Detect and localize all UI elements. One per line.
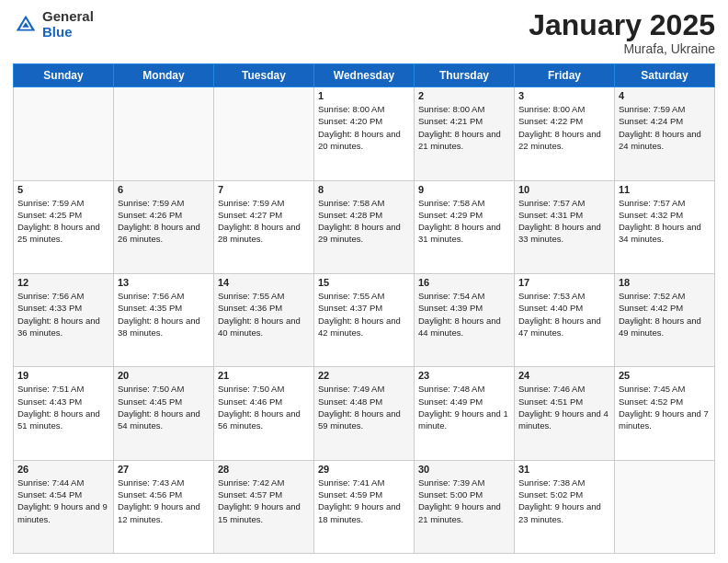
calendar-cell: 15Sunrise: 7:55 AM Sunset: 4:37 PM Dayli…	[314, 273, 415, 366]
calendar-cell: 8Sunrise: 7:58 AM Sunset: 4:28 PM Daylig…	[314, 180, 415, 273]
weekday-header-tuesday: Tuesday	[214, 64, 314, 87]
calendar-cell: 6Sunrise: 7:59 AM Sunset: 4:26 PM Daylig…	[114, 180, 214, 273]
cell-content: Sunrise: 7:58 AM Sunset: 4:28 PM Dayligh…	[318, 197, 410, 246]
calendar-cell: 9Sunrise: 7:58 AM Sunset: 4:29 PM Daylig…	[415, 180, 515, 273]
day-number: 12	[17, 277, 109, 288]
calendar-cell: 25Sunrise: 7:45 AM Sunset: 4:52 PM Dayli…	[615, 367, 715, 460]
month-title: January 2025	[529, 9, 715, 41]
calendar-week-2: 5Sunrise: 7:59 AM Sunset: 4:25 PM Daylig…	[14, 180, 715, 273]
cell-content: Sunrise: 7:39 AM Sunset: 5:00 PM Dayligh…	[418, 477, 510, 525]
day-number: 10	[518, 184, 610, 195]
cell-content: Sunrise: 7:38 AM Sunset: 5:02 PM Dayligh…	[518, 477, 610, 525]
calendar-cell: 17Sunrise: 7:53 AM Sunset: 4:40 PM Dayli…	[515, 273, 615, 366]
day-number: 22	[318, 370, 410, 381]
calendar-cell: 2Sunrise: 8:00 AM Sunset: 4:21 PM Daylig…	[415, 87, 515, 180]
day-number: 26	[17, 464, 109, 475]
cell-content: Sunrise: 7:56 AM Sunset: 4:35 PM Dayligh…	[118, 290, 210, 339]
day-number: 19	[17, 370, 109, 381]
weekday-header-thursday: Thursday	[415, 64, 515, 87]
weekday-header-friday: Friday	[515, 64, 615, 87]
cell-content: Sunrise: 7:59 AM Sunset: 4:27 PM Dayligh…	[218, 197, 310, 246]
calendar-cell: 16Sunrise: 7:54 AM Sunset: 4:39 PM Dayli…	[415, 273, 515, 366]
logo-blue-label: Blue	[42, 25, 94, 40]
day-number: 15	[318, 277, 410, 288]
calendar-cell: 4Sunrise: 7:59 AM Sunset: 4:24 PM Daylig…	[615, 87, 715, 180]
calendar-cell: 3Sunrise: 8:00 AM Sunset: 4:22 PM Daylig…	[515, 87, 615, 180]
title-block: January 2025 Murafa, Ukraine	[529, 9, 715, 56]
calendar-cell: 20Sunrise: 7:50 AM Sunset: 4:45 PM Dayli…	[114, 367, 214, 460]
cell-content: Sunrise: 7:48 AM Sunset: 4:49 PM Dayligh…	[418, 383, 510, 431]
day-number: 30	[418, 464, 510, 475]
cell-content: Sunrise: 7:43 AM Sunset: 4:56 PM Dayligh…	[118, 477, 210, 525]
cell-content: Sunrise: 7:53 AM Sunset: 4:40 PM Dayligh…	[518, 290, 610, 339]
cell-content: Sunrise: 7:57 AM Sunset: 4:31 PM Dayligh…	[518, 197, 610, 246]
day-number: 28	[218, 464, 310, 475]
cell-content: Sunrise: 7:59 AM Sunset: 4:26 PM Dayligh…	[118, 197, 210, 246]
calendar-cell: 1Sunrise: 8:00 AM Sunset: 4:20 PM Daylig…	[314, 87, 415, 180]
cell-content: Sunrise: 7:42 AM Sunset: 4:57 PM Dayligh…	[218, 477, 310, 525]
calendar-cell: 26Sunrise: 7:44 AM Sunset: 4:54 PM Dayli…	[14, 460, 114, 553]
calendar-table: SundayMondayTuesdayWednesdayThursdayFrid…	[13, 63, 715, 554]
header: General Blue January 2025 Murafa, Ukrain…	[13, 9, 715, 56]
calendar-cell: 24Sunrise: 7:46 AM Sunset: 4:51 PM Dayli…	[515, 367, 615, 460]
day-number: 2	[418, 90, 510, 101]
day-number: 8	[318, 184, 410, 195]
logo: General Blue	[13, 9, 94, 40]
day-number: 9	[418, 184, 510, 195]
calendar-cell: 31Sunrise: 7:38 AM Sunset: 5:02 PM Dayli…	[515, 460, 615, 553]
cell-content: Sunrise: 7:46 AM Sunset: 4:51 PM Dayligh…	[518, 383, 610, 431]
calendar-cell: 14Sunrise: 7:55 AM Sunset: 4:36 PM Dayli…	[214, 273, 314, 366]
day-number: 3	[518, 90, 610, 101]
weekday-header-row: SundayMondayTuesdayWednesdayThursdayFrid…	[14, 64, 715, 87]
day-number: 31	[518, 464, 610, 475]
location-subtitle: Murafa, Ukraine	[529, 41, 715, 56]
cell-content: Sunrise: 7:54 AM Sunset: 4:39 PM Dayligh…	[418, 290, 510, 339]
page: General Blue January 2025 Murafa, Ukrain…	[0, 0, 728, 563]
day-number: 5	[17, 184, 109, 195]
day-number: 14	[218, 277, 310, 288]
cell-content: Sunrise: 7:51 AM Sunset: 4:43 PM Dayligh…	[17, 383, 109, 431]
cell-content: Sunrise: 7:41 AM Sunset: 4:59 PM Dayligh…	[318, 477, 410, 525]
day-number: 24	[518, 370, 610, 381]
day-number: 7	[218, 184, 310, 195]
calendar-cell: 13Sunrise: 7:56 AM Sunset: 4:35 PM Dayli…	[114, 273, 214, 366]
cell-content: Sunrise: 7:56 AM Sunset: 4:33 PM Dayligh…	[17, 290, 109, 339]
calendar-cell: 28Sunrise: 7:42 AM Sunset: 4:57 PM Dayli…	[214, 460, 314, 553]
cell-content: Sunrise: 7:59 AM Sunset: 4:25 PM Dayligh…	[17, 197, 109, 246]
logo-general-label: General	[42, 9, 94, 25]
calendar-cell: 5Sunrise: 7:59 AM Sunset: 4:25 PM Daylig…	[14, 180, 114, 273]
cell-content: Sunrise: 7:55 AM Sunset: 4:37 PM Dayligh…	[318, 290, 410, 339]
cell-content: Sunrise: 7:44 AM Sunset: 4:54 PM Dayligh…	[17, 477, 109, 525]
cell-content: Sunrise: 7:59 AM Sunset: 4:24 PM Dayligh…	[619, 103, 711, 152]
calendar-cell: 29Sunrise: 7:41 AM Sunset: 4:59 PM Dayli…	[314, 460, 415, 553]
cell-content: Sunrise: 8:00 AM Sunset: 4:20 PM Dayligh…	[318, 103, 410, 152]
calendar-cell: 10Sunrise: 7:57 AM Sunset: 4:31 PM Dayli…	[515, 180, 615, 273]
calendar-cell: 23Sunrise: 7:48 AM Sunset: 4:49 PM Dayli…	[415, 367, 515, 460]
day-number: 23	[418, 370, 510, 381]
day-number: 17	[518, 277, 610, 288]
day-number: 4	[619, 90, 711, 101]
weekday-header-saturday: Saturday	[615, 64, 715, 87]
calendar-cell: 7Sunrise: 7:59 AM Sunset: 4:27 PM Daylig…	[214, 180, 314, 273]
day-number: 20	[118, 370, 210, 381]
calendar-week-3: 12Sunrise: 7:56 AM Sunset: 4:33 PM Dayli…	[14, 273, 715, 366]
cell-content: Sunrise: 7:50 AM Sunset: 4:46 PM Dayligh…	[218, 383, 310, 431]
logo-icon	[13, 12, 39, 38]
calendar-cell: 11Sunrise: 7:57 AM Sunset: 4:32 PM Dayli…	[615, 180, 715, 273]
calendar-cell: 12Sunrise: 7:56 AM Sunset: 4:33 PM Dayli…	[14, 273, 114, 366]
weekday-header-monday: Monday	[114, 64, 214, 87]
cell-content: Sunrise: 7:55 AM Sunset: 4:36 PM Dayligh…	[218, 290, 310, 339]
calendar-cell: 30Sunrise: 7:39 AM Sunset: 5:00 PM Dayli…	[415, 460, 515, 553]
calendar-week-4: 19Sunrise: 7:51 AM Sunset: 4:43 PM Dayli…	[14, 367, 715, 460]
calendar-cell	[14, 87, 114, 180]
cell-content: Sunrise: 8:00 AM Sunset: 4:21 PM Dayligh…	[418, 103, 510, 152]
cell-content: Sunrise: 7:50 AM Sunset: 4:45 PM Dayligh…	[118, 383, 210, 431]
logo-text: General Blue	[42, 9, 94, 40]
cell-content: Sunrise: 7:45 AM Sunset: 4:52 PM Dayligh…	[619, 383, 711, 431]
day-number: 16	[418, 277, 510, 288]
day-number: 6	[118, 184, 210, 195]
calendar-cell: 21Sunrise: 7:50 AM Sunset: 4:46 PM Dayli…	[214, 367, 314, 460]
cell-content: Sunrise: 7:52 AM Sunset: 4:42 PM Dayligh…	[619, 290, 711, 339]
day-number: 13	[118, 277, 210, 288]
calendar-cell	[214, 87, 314, 180]
